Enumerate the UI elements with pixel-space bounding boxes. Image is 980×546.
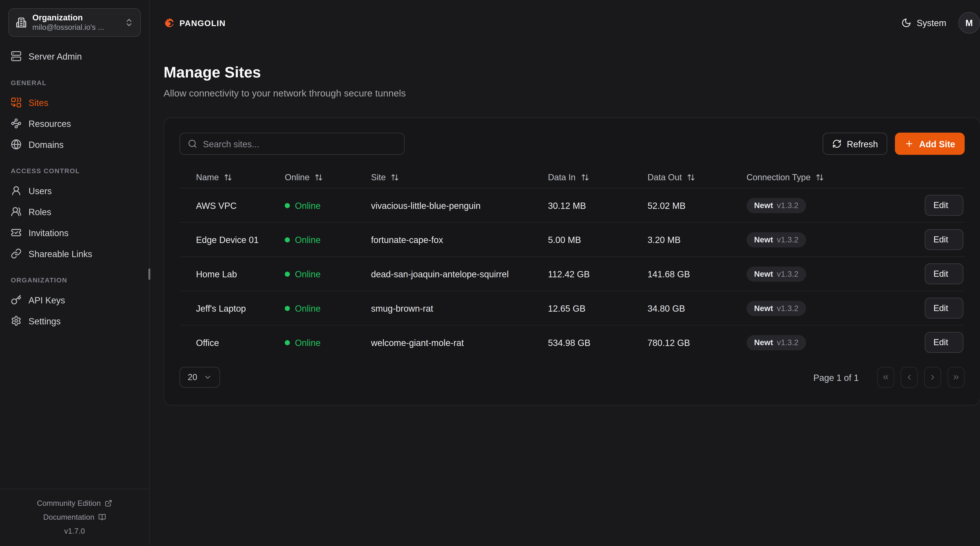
building-icon bbox=[16, 17, 27, 28]
connection-type-badge: Newt v1.3.2 bbox=[746, 266, 806, 281]
column-header-name[interactable]: Name bbox=[196, 172, 285, 182]
table-row: AWS VPC Online vivacious-little-blue-pen… bbox=[180, 188, 965, 223]
row-actions: Edit bbox=[891, 263, 964, 284]
connection-type-cell: Newt v1.3.2 bbox=[746, 335, 891, 350]
connection-type-badge: Newt v1.3.2 bbox=[746, 300, 806, 316]
row-actions: Edit bbox=[891, 332, 964, 353]
column-header-data-in[interactable]: Data In bbox=[548, 172, 648, 182]
sort-icon bbox=[224, 173, 232, 181]
site-data-in: 12.65 GB bbox=[548, 303, 648, 313]
sidebar-item-label: Sites bbox=[29, 97, 48, 108]
row-menu-button[interactable] bbox=[905, 340, 910, 345]
site-data-in: 5.00 MB bbox=[548, 235, 648, 245]
user-icon bbox=[11, 185, 22, 196]
row-menu-button[interactable] bbox=[905, 237, 910, 242]
sidebar-item-users[interactable]: Users bbox=[8, 180, 141, 201]
version-label: v1.7.0 bbox=[0, 524, 149, 538]
community-edition-link[interactable]: Community Edition bbox=[0, 497, 149, 511]
community-edition-label: Community Edition bbox=[37, 497, 101, 511]
org-selector-text: Organization milo@fossorial.io's ... bbox=[32, 13, 119, 32]
server-icon bbox=[11, 51, 22, 62]
online-dot-icon bbox=[285, 340, 290, 345]
column-header-online[interactable]: Online bbox=[285, 172, 371, 182]
org-selector[interactable]: Organization milo@fossorial.io's ... bbox=[8, 8, 141, 37]
theme-toggle[interactable]: System bbox=[901, 18, 946, 28]
edit-button[interactable]: Edit bbox=[924, 229, 963, 250]
previous-page-button[interactable] bbox=[900, 367, 918, 388]
edit-button[interactable]: Edit bbox=[924, 298, 963, 319]
sidebar-item-shareable-links[interactable]: Shareable Links bbox=[8, 243, 141, 264]
sidebar-item-api-keys[interactable]: API Keys bbox=[8, 289, 141, 310]
column-header-site[interactable]: Site bbox=[371, 172, 548, 182]
site-tunnel-name: welcome-giant-mole-rat bbox=[371, 337, 548, 348]
topbar: PANGOLIN System M bbox=[150, 0, 980, 46]
sidebar-item-sites[interactable]: Sites bbox=[8, 92, 141, 113]
users-icon bbox=[11, 206, 22, 217]
table-row: Jeff's Laptop Online smug-brown-rat 12.6… bbox=[180, 291, 965, 326]
site-status: Online bbox=[285, 269, 371, 279]
brand-logo[interactable]: PANGOLIN bbox=[164, 18, 226, 28]
documentation-link[interactable]: Documentation bbox=[0, 511, 149, 524]
sidebar-item-invitations[interactable]: Invitations bbox=[8, 222, 141, 243]
edit-button[interactable]: Edit bbox=[924, 263, 963, 284]
avatar[interactable]: M bbox=[958, 12, 980, 34]
sidebar-sections: GENERALSitesResourcesDomainsACCESS CONTR… bbox=[8, 79, 141, 331]
online-dot-icon bbox=[285, 271, 290, 276]
sort-icon bbox=[391, 173, 399, 181]
edit-button[interactable]: Edit bbox=[924, 332, 963, 353]
chevron-right-icon bbox=[929, 373, 937, 382]
sidebar-item-label: Users bbox=[29, 186, 52, 196]
page-content: Manage Sites Allow connectivity to your … bbox=[150, 46, 980, 406]
sidebar-section-label: ACCESS CONTROL bbox=[8, 167, 141, 174]
site-data-in: 112.42 GB bbox=[548, 269, 648, 279]
table-row: Home Lab Online dead-san-joaquin-antelop… bbox=[180, 257, 965, 291]
next-page-button[interactable] bbox=[924, 367, 941, 388]
row-menu-button[interactable] bbox=[905, 203, 910, 208]
site-data-in: 30.12 MB bbox=[548, 200, 648, 211]
search-input[interactable] bbox=[203, 139, 396, 149]
site-data-out: 3.20 MB bbox=[648, 235, 746, 245]
first-page-button[interactable] bbox=[877, 367, 894, 388]
column-header-data-out[interactable]: Data Out bbox=[648, 172, 746, 182]
sort-icon bbox=[816, 173, 824, 181]
sidebar-item-label: Domains bbox=[29, 139, 64, 149]
sidebar-item-label: Invitations bbox=[29, 228, 68, 238]
site-data-out: 52.02 MB bbox=[648, 200, 746, 211]
site-name: Office bbox=[196, 337, 285, 348]
page-title: Manage Sites bbox=[164, 63, 980, 82]
row-actions: Edit bbox=[891, 195, 964, 216]
table-footer: 20 Page 1 of 1 bbox=[180, 367, 965, 388]
column-header-connection-type[interactable]: Connection Type bbox=[746, 172, 891, 182]
org-selector-value: milo@fossorial.io's ... bbox=[32, 23, 119, 32]
chevron-down-icon bbox=[204, 373, 212, 382]
org-selector-label: Organization bbox=[32, 13, 119, 23]
documentation-label: Documentation bbox=[43, 511, 94, 524]
sidebar-item-server-admin[interactable]: Server Admin bbox=[8, 46, 141, 67]
site-name: Home Lab bbox=[196, 269, 285, 279]
row-menu-button[interactable] bbox=[905, 306, 910, 311]
connection-type-cell: Newt v1.3.2 bbox=[746, 232, 891, 247]
add-site-button[interactable]: Add Site bbox=[895, 133, 965, 155]
sites-toolbar: Refresh Add Site bbox=[180, 133, 965, 155]
edit-button[interactable]: Edit bbox=[924, 195, 963, 216]
globe-icon bbox=[11, 139, 22, 150]
online-dot-icon bbox=[285, 237, 290, 242]
external-link-icon bbox=[105, 500, 112, 508]
sidebar-item-roles[interactable]: Roles bbox=[8, 201, 141, 222]
refresh-button[interactable]: Refresh bbox=[823, 133, 888, 155]
row-menu-button[interactable] bbox=[905, 271, 910, 276]
sidebar-item-label: Roles bbox=[29, 206, 51, 217]
ticket-check-icon bbox=[11, 227, 22, 238]
last-page-button[interactable] bbox=[947, 367, 964, 388]
sidebar-item-domains[interactable]: Domains bbox=[8, 134, 141, 155]
sidebar-item-resources[interactable]: Resources bbox=[8, 113, 141, 134]
sidebar-item-settings[interactable]: Settings bbox=[8, 310, 141, 331]
gear-icon bbox=[11, 315, 22, 326]
site-tunnel-name: vivacious-little-blue-penguin bbox=[371, 200, 548, 211]
site-data-out: 780.12 GB bbox=[648, 337, 746, 348]
waypoints-icon bbox=[11, 118, 22, 129]
sidebar-section-label: GENERAL bbox=[8, 79, 141, 86]
online-dot-icon bbox=[285, 306, 290, 311]
sidebar-resize-handle[interactable] bbox=[148, 268, 150, 280]
page-size-select[interactable]: 20 bbox=[180, 367, 220, 388]
